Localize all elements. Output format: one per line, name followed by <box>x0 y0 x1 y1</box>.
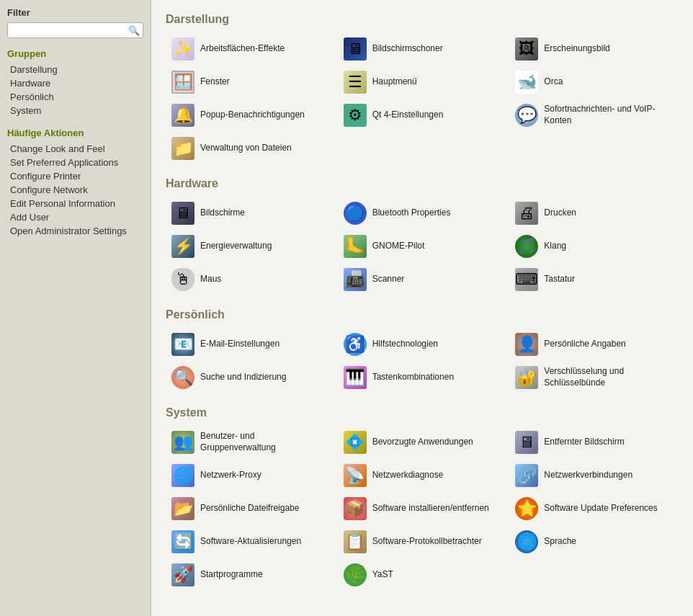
netdiag-icon: 📡 <box>344 464 367 487</box>
items-grid-system: 👥Benutzer- und Gruppenverwaltung💠Bevorzu… <box>166 427 679 591</box>
monitor-icon: 🖥 <box>171 202 195 225</box>
item-label-system-10: Software-Protokollbetrachter <box>372 536 482 548</box>
scanner-icon: 📠 <box>344 268 367 291</box>
item-hardware-2[interactable]: 🖨Drucken <box>509 197 679 229</box>
access-icon: ♿ <box>344 333 367 356</box>
item-label-darstellung-9: Verwaltung von Dateien <box>200 143 292 154</box>
sidebar-group-persönlich[interactable]: Persönlich <box>7 90 143 104</box>
bluetooth-icon: 🔵 <box>344 202 367 225</box>
item-darstellung-2[interactable]: 🖼Erscheinungsbild <box>509 33 679 65</box>
item-label-persoenlich-4: Tastenkombinationen <box>372 372 454 383</box>
sidebar-action-6[interactable]: Open Administrator Settings <box>7 224 143 238</box>
item-persoenlich-2[interactable]: 👤Persönliche Angaben <box>509 329 679 360</box>
sidebar-action-4[interactable]: Edit Personal Information <box>7 197 143 210</box>
effects-icon: ✨ <box>171 37 195 61</box>
sidebar-action-5[interactable]: Add User <box>7 210 143 224</box>
sidebar-action-1[interactable]: Set Preferred Applications <box>7 156 143 169</box>
item-system-7[interactable]: 📦Software installieren/entfernen <box>338 493 507 525</box>
item-label-darstellung-7: Qt 4-Einstellungen <box>372 110 444 121</box>
menu-icon: ☰ <box>344 71 367 94</box>
item-darstellung-4[interactable]: ☰Hauptmenü <box>338 66 507 98</box>
item-persoenlich-4[interactable]: 🎹Tastenkombinationen <box>338 362 507 393</box>
item-label-system-9: Software-Aktualisierungen <box>200 536 301 548</box>
sidebar-action-3[interactable]: Configure Network <box>7 183 143 197</box>
sidebar-group-hardware[interactable]: Hardware <box>7 76 143 90</box>
item-persoenlich-0[interactable]: 📧E-Mail-Einstellungen <box>166 329 335 360</box>
proxy-icon: 🌐 <box>171 464 195 487</box>
sound-icon: 🎵 <box>515 235 538 258</box>
item-system-4[interactable]: 📡Netzwerkdiagnose <box>338 460 507 491</box>
popup-icon: 🔔 <box>171 104 195 127</box>
swlog-icon: 📋 <box>344 530 367 553</box>
window-icon: 🪟 <box>171 71 195 94</box>
sidebar-group-system[interactable]: System <box>7 104 143 117</box>
item-label-hardware-8: Tastatur <box>544 274 575 285</box>
orca-icon: 🐋 <box>515 71 538 94</box>
item-darstellung-6[interactable]: 🔔Popup-Benachrichtigungen <box>166 99 335 131</box>
search-input[interactable] <box>7 22 143 38</box>
item-hardware-4[interactable]: 🦶GNOME-Pilot <box>338 231 507 262</box>
item-system-5[interactable]: 🔗Netzwerkverbindungen <box>509 460 679 491</box>
item-hardware-3[interactable]: ⚡Energieverwaltung <box>166 231 335 262</box>
item-system-8[interactable]: ⭐Software Update Preferences <box>509 493 679 525</box>
item-darstellung-8[interactable]: 💬Sofortnachrichten- und VoIP-Konten <box>509 99 679 131</box>
item-hardware-0[interactable]: 🖥Bildschirme <box>166 197 335 229</box>
power-icon: ⚡ <box>171 235 195 258</box>
sidebar-action-2[interactable]: Configure Printer <box>7 169 143 183</box>
item-label-darstellung-8: Sofortnachrichten- und VoIP-Konten <box>544 104 673 126</box>
software-icon: 📦 <box>344 497 367 520</box>
section-heading-persoenlich: Persönlich <box>166 308 679 321</box>
remote-icon: 🖥 <box>515 431 538 454</box>
item-label-system-11: Sprache <box>544 536 576 548</box>
filter-label: Filter <box>7 7 143 18</box>
items-grid-darstellung: ✨Arbeitsflächen-Effekte🖥Bildschirmschone… <box>166 33 679 164</box>
item-label-darstellung-6: Popup-Benachrichtigungen <box>200 110 305 121</box>
item-label-hardware-4: GNOME-Pilot <box>372 241 425 252</box>
item-darstellung-9[interactable]: 📁Verwaltung von Dateien <box>166 133 335 164</box>
print-icon: 🖨 <box>515 202 538 225</box>
item-system-6[interactable]: 📂Persönliche Dateifreigabe <box>166 493 335 525</box>
item-label-hardware-1: Bluetooth Properties <box>372 207 451 219</box>
screen-icon: 🖥 <box>344 37 367 61</box>
bevorzugt-icon: 💠 <box>344 431 367 454</box>
item-system-13[interactable]: 🌿YaST <box>338 559 507 591</box>
item-system-11[interactable]: 🌐Sprache <box>509 526 679 558</box>
item-label-system-13: YaST <box>372 569 393 581</box>
item-hardware-1[interactable]: 🔵Bluetooth Properties <box>338 197 507 229</box>
item-label-hardware-0: Bildschirme <box>200 207 245 219</box>
item-system-1[interactable]: 💠Bevorzugte Anwendungen <box>338 427 507 458</box>
item-system-0[interactable]: 👥Benutzer- und Gruppenverwaltung <box>166 427 335 458</box>
item-label-system-0: Benutzer- und Gruppenverwaltung <box>200 431 329 453</box>
item-persoenlich-3[interactable]: 🔍Suche und Indizierung <box>166 362 335 393</box>
item-persoenlich-1[interactable]: ♿Hilfstechnologien <box>338 329 507 360</box>
item-darstellung-0[interactable]: ✨Arbeitsflächen-Effekte <box>166 33 335 65</box>
item-darstellung-3[interactable]: 🪟Fenster <box>166 66 335 98</box>
item-system-3[interactable]: 🌐Netzwerk-Proxy <box>166 460 335 491</box>
encrypt-icon: 🔐 <box>515 366 538 389</box>
item-label-system-6: Persönliche Dateifreigabe <box>200 503 299 514</box>
item-hardware-5[interactable]: 🎵Klang <box>509 231 679 262</box>
item-label-system-3: Netzwerk-Proxy <box>200 470 261 481</box>
item-hardware-7[interactable]: 📠Scanner <box>338 264 507 295</box>
keybind-icon: 🎹 <box>344 366 367 389</box>
item-label-system-1: Bevorzugte Anwendungen <box>372 437 473 448</box>
gruppen-list: DarstellungHardwarePersönlichSystem <box>7 63 143 117</box>
sidebar-group-darstellung[interactable]: Darstellung <box>7 63 143 76</box>
item-hardware-6[interactable]: 🖱Maus <box>166 264 335 295</box>
item-hardware-8[interactable]: ⌨Tastatur <box>509 264 679 295</box>
item-persoenlich-5[interactable]: 🔐Verschlüsselung und Schlüsselbünde <box>509 362 679 393</box>
item-system-9[interactable]: 🔄Software-Aktualisierungen <box>166 526 335 558</box>
item-label-darstellung-2: Erscheinungsbild <box>544 43 609 55</box>
mouse-icon: 🖱 <box>171 268 195 291</box>
item-label-system-4: Netzwerkdiagnose <box>372 470 444 481</box>
item-darstellung-7[interactable]: ⚙Qt 4-Einstellungen <box>338 99 507 131</box>
items-grid-hardware: 🖥Bildschirme🔵Bluetooth Properties🖨Drucke… <box>166 197 679 295</box>
item-system-10[interactable]: 📋Software-Protokollbetrachter <box>338 526 507 558</box>
section-heading-system: System <box>166 406 679 419</box>
item-system-12[interactable]: 🚀Startprogramme <box>166 559 335 591</box>
item-system-2[interactable]: 🖥Entfernter Bildschirm <box>509 427 679 458</box>
item-darstellung-5[interactable]: 🐋Orca <box>509 66 679 98</box>
item-label-persoenlich-2: Persönliche Angaben <box>544 339 625 350</box>
item-darstellung-1[interactable]: 🖥Bildschirmschoner <box>338 33 507 65</box>
sidebar-action-0[interactable]: Change Look and Feel <box>7 142 143 156</box>
